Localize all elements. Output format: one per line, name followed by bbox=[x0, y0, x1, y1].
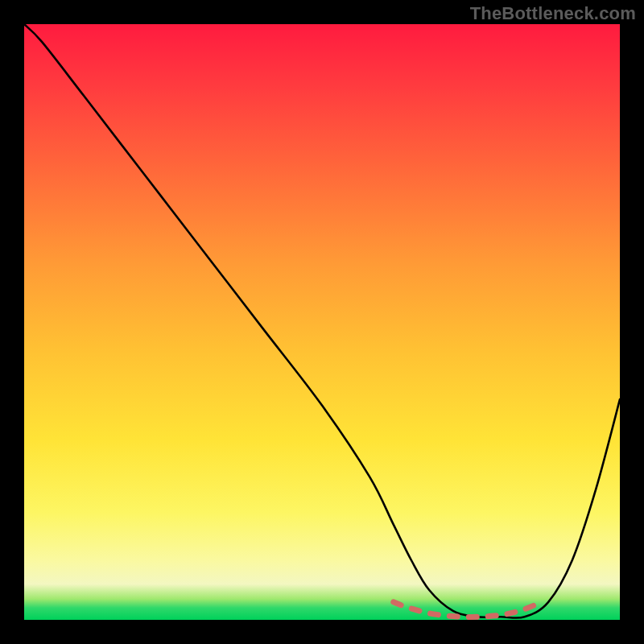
watermark-text: TheBottleneck.com bbox=[470, 3, 636, 24]
chart-container: TheBottleneck.com bbox=[0, 0, 644, 644]
plot-area bbox=[24, 24, 620, 620]
bottleneck-curve bbox=[24, 24, 620, 618]
curve-layer bbox=[24, 24, 620, 620]
